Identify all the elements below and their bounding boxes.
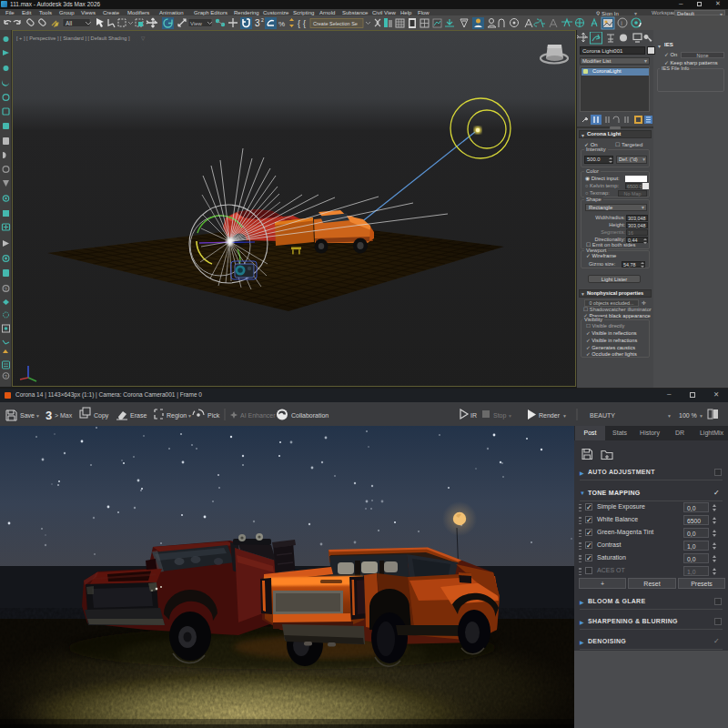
svg-text:Erase: Erase bbox=[130, 412, 147, 419]
svg-text:▼: ▼ bbox=[35, 413, 40, 419]
svg-text:%: % bbox=[278, 20, 285, 28]
svg-text:3: 3 bbox=[46, 409, 52, 422]
svg-text:i: i bbox=[621, 20, 622, 26]
svg-text:[ + ] [ Perspective ] [ Standa: [ + ] [ Perspective ] [ Standard ] [ Def… bbox=[16, 35, 130, 41]
svg-text:Stop: Stop bbox=[493, 412, 507, 420]
svg-text:?: ? bbox=[5, 374, 7, 379]
svg-text:{: { bbox=[298, 19, 300, 28]
svg-text:▼: ▼ bbox=[562, 413, 567, 419]
svg-text:3: 3 bbox=[255, 18, 260, 28]
svg-text:BEAUTY: BEAUTY bbox=[590, 412, 615, 419]
svg-text:{: { bbox=[303, 19, 306, 28]
svg-text:Region: Region bbox=[167, 412, 187, 420]
svg-text:Pick: Pick bbox=[207, 412, 220, 419]
svg-text:View: View bbox=[190, 21, 203, 26]
svg-text:All: All bbox=[66, 20, 73, 26]
svg-text:▼: ▼ bbox=[667, 413, 672, 419]
svg-text:▼: ▼ bbox=[699, 413, 703, 419]
svg-text:100 %: 100 % bbox=[679, 412, 697, 419]
svg-text:Collaboration: Collaboration bbox=[291, 412, 329, 419]
svg-text:Copy: Copy bbox=[94, 412, 109, 420]
svg-text:Save: Save bbox=[20, 412, 35, 419]
svg-text:Render: Render bbox=[539, 412, 561, 419]
svg-text:> Max: > Max bbox=[55, 412, 73, 419]
svg-text:2: 2 bbox=[261, 17, 264, 23]
svg-text:▼: ▼ bbox=[508, 413, 512, 419]
svg-text:AI Enhancer: AI Enhancer bbox=[240, 412, 276, 419]
svg-text:IR: IR bbox=[470, 412, 477, 419]
svg-text:▼: ▼ bbox=[187, 413, 192, 419]
svg-text:Create Selection Se: Create Selection Se bbox=[313, 21, 358, 26]
